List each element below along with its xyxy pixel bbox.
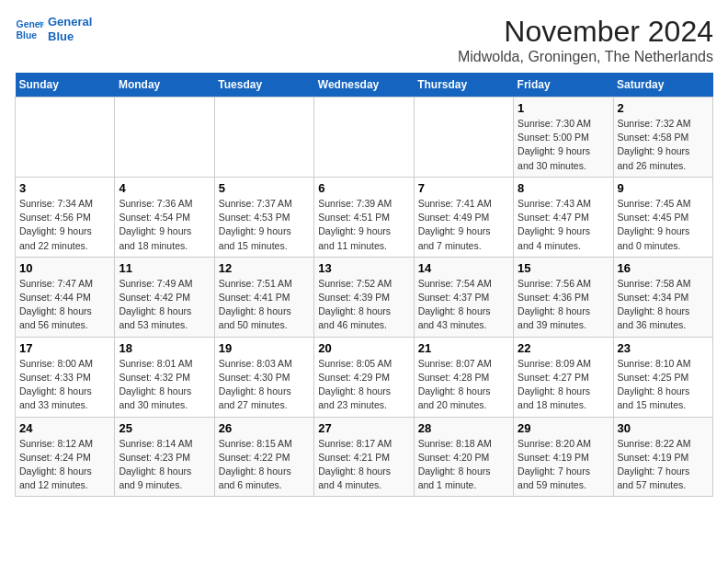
logo: General Blue GeneralBlue	[15, 15, 92, 44]
day-detail: Sunrise: 8:05 AM Sunset: 4:29 PM Dayligh…	[318, 357, 409, 413]
main-title: November 2024	[458, 15, 713, 49]
calendar-cell: 17Sunrise: 8:00 AM Sunset: 4:33 PM Dayli…	[16, 337, 115, 417]
calendar-cell: 21Sunrise: 8:07 AM Sunset: 4:28 PM Dayli…	[414, 337, 513, 417]
day-detail: Sunrise: 8:00 AM Sunset: 4:33 PM Dayligh…	[19, 357, 110, 413]
calendar-cell: 27Sunrise: 8:17 AM Sunset: 4:21 PM Dayli…	[314, 417, 414, 497]
day-number: 19	[219, 341, 310, 355]
calendar-cell	[414, 98, 513, 178]
calendar-week-row: 17Sunrise: 8:00 AM Sunset: 4:33 PM Dayli…	[16, 337, 713, 417]
calendar-cell: 18Sunrise: 8:01 AM Sunset: 4:32 PM Dayli…	[115, 337, 214, 417]
day-number: 6	[318, 181, 409, 195]
title-area: November 2024 Midwolda, Groningen, The N…	[458, 15, 713, 65]
calendar-cell: 30Sunrise: 8:22 AM Sunset: 4:19 PM Dayli…	[613, 417, 712, 497]
subtitle: Midwolda, Groningen, The Netherlands	[458, 49, 713, 65]
day-detail: Sunrise: 8:22 AM Sunset: 4:19 PM Dayligh…	[618, 437, 709, 493]
calendar-cell	[314, 98, 414, 178]
day-number: 12	[219, 261, 310, 275]
day-number: 18	[119, 341, 210, 355]
day-detail: Sunrise: 7:34 AM Sunset: 4:56 PM Dayligh…	[19, 197, 110, 253]
day-detail: Sunrise: 7:58 AM Sunset: 4:34 PM Dayligh…	[618, 277, 709, 333]
calendar-cell: 15Sunrise: 7:56 AM Sunset: 4:36 PM Dayli…	[514, 257, 613, 337]
day-number: 28	[418, 421, 509, 435]
day-number: 25	[119, 421, 210, 435]
day-detail: Sunrise: 7:36 AM Sunset: 4:54 PM Dayligh…	[119, 197, 210, 253]
day-detail: Sunrise: 7:32 AM Sunset: 4:58 PM Dayligh…	[618, 117, 709, 173]
calendar-cell	[115, 98, 214, 178]
calendar-table: SundayMondayTuesdayWednesdayThursdayFrid…	[15, 73, 713, 497]
calendar-cell: 8Sunrise: 7:43 AM Sunset: 4:47 PM Daylig…	[514, 177, 613, 257]
calendar-cell: 2Sunrise: 7:32 AM Sunset: 4:58 PM Daylig…	[613, 98, 712, 178]
day-number: 30	[618, 421, 709, 435]
day-detail: Sunrise: 7:47 AM Sunset: 4:44 PM Dayligh…	[19, 277, 110, 333]
day-detail: Sunrise: 7:39 AM Sunset: 4:51 PM Dayligh…	[318, 197, 409, 253]
calendar-week-row: 24Sunrise: 8:12 AM Sunset: 4:24 PM Dayli…	[16, 417, 713, 497]
calendar-cell: 25Sunrise: 8:14 AM Sunset: 4:23 PM Dayli…	[115, 417, 214, 497]
calendar-cell	[16, 98, 115, 178]
weekday-header: Wednesday	[314, 73, 414, 98]
weekday-header: Saturday	[613, 73, 712, 98]
weekday-header: Monday	[115, 73, 214, 98]
day-detail: Sunrise: 8:01 AM Sunset: 4:32 PM Dayligh…	[119, 357, 210, 413]
day-detail: Sunrise: 7:37 AM Sunset: 4:53 PM Dayligh…	[219, 197, 310, 253]
day-detail: Sunrise: 7:30 AM Sunset: 5:00 PM Dayligh…	[518, 117, 609, 173]
calendar-cell: 23Sunrise: 8:10 AM Sunset: 4:25 PM Dayli…	[613, 337, 712, 417]
calendar-cell: 10Sunrise: 7:47 AM Sunset: 4:44 PM Dayli…	[16, 257, 115, 337]
day-detail: Sunrise: 7:52 AM Sunset: 4:39 PM Dayligh…	[318, 277, 409, 333]
calendar-cell: 13Sunrise: 7:52 AM Sunset: 4:39 PM Dayli…	[314, 257, 414, 337]
calendar-cell: 16Sunrise: 7:58 AM Sunset: 4:34 PM Dayli…	[613, 257, 712, 337]
day-detail: Sunrise: 7:45 AM Sunset: 4:45 PM Dayligh…	[618, 197, 709, 253]
calendar-cell	[214, 98, 313, 178]
day-detail: Sunrise: 8:03 AM Sunset: 4:30 PM Dayligh…	[219, 357, 310, 413]
day-number: 29	[518, 421, 609, 435]
day-detail: Sunrise: 7:51 AM Sunset: 4:41 PM Dayligh…	[219, 277, 310, 333]
day-number: 22	[518, 341, 609, 355]
day-number: 17	[19, 341, 110, 355]
weekday-header: Friday	[514, 73, 613, 98]
day-number: 15	[518, 261, 609, 275]
day-detail: Sunrise: 8:07 AM Sunset: 4:28 PM Dayligh…	[418, 357, 509, 413]
day-number: 20	[318, 341, 409, 355]
day-detail: Sunrise: 8:17 AM Sunset: 4:21 PM Dayligh…	[318, 437, 409, 493]
day-detail: Sunrise: 7:56 AM Sunset: 4:36 PM Dayligh…	[518, 277, 609, 333]
svg-text:Blue: Blue	[17, 30, 38, 40]
day-number: 5	[219, 181, 310, 195]
calendar-cell: 20Sunrise: 8:05 AM Sunset: 4:29 PM Dayli…	[314, 337, 414, 417]
day-detail: Sunrise: 8:09 AM Sunset: 4:27 PM Dayligh…	[518, 357, 609, 413]
calendar-cell: 7Sunrise: 7:41 AM Sunset: 4:49 PM Daylig…	[414, 177, 513, 257]
calendar-cell: 4Sunrise: 7:36 AM Sunset: 4:54 PM Daylig…	[115, 177, 214, 257]
weekday-header: Sunday	[16, 73, 115, 98]
weekday-header-row: SundayMondayTuesdayWednesdayThursdayFrid…	[16, 73, 713, 98]
day-detail: Sunrise: 8:15 AM Sunset: 4:22 PM Dayligh…	[219, 437, 310, 493]
day-number: 7	[418, 181, 509, 195]
day-detail: Sunrise: 8:20 AM Sunset: 4:19 PM Dayligh…	[518, 437, 609, 493]
day-number: 27	[318, 421, 409, 435]
day-number: 2	[618, 101, 709, 115]
day-number: 1	[518, 101, 609, 115]
day-number: 10	[19, 261, 110, 275]
logo-text: GeneralBlue	[48, 15, 92, 43]
day-detail: Sunrise: 8:14 AM Sunset: 4:23 PM Dayligh…	[119, 437, 210, 493]
calendar-cell: 1Sunrise: 7:30 AM Sunset: 5:00 PM Daylig…	[514, 98, 613, 178]
calendar-cell: 24Sunrise: 8:12 AM Sunset: 4:24 PM Dayli…	[16, 417, 115, 497]
weekday-header: Tuesday	[214, 73, 313, 98]
day-number: 26	[219, 421, 310, 435]
day-number: 11	[119, 261, 210, 275]
day-number: 8	[518, 181, 609, 195]
logo-icon: General Blue	[15, 15, 44, 44]
calendar-cell: 12Sunrise: 7:51 AM Sunset: 4:41 PM Dayli…	[214, 257, 313, 337]
day-number: 24	[19, 421, 110, 435]
day-detail: Sunrise: 7:54 AM Sunset: 4:37 PM Dayligh…	[418, 277, 509, 333]
calendar-week-row: 3Sunrise: 7:34 AM Sunset: 4:56 PM Daylig…	[16, 177, 713, 257]
day-detail: Sunrise: 8:18 AM Sunset: 4:20 PM Dayligh…	[418, 437, 509, 493]
day-number: 9	[618, 181, 709, 195]
calendar-cell: 9Sunrise: 7:45 AM Sunset: 4:45 PM Daylig…	[613, 177, 712, 257]
day-detail: Sunrise: 8:10 AM Sunset: 4:25 PM Dayligh…	[618, 357, 709, 413]
calendar-week-row: 10Sunrise: 7:47 AM Sunset: 4:44 PM Dayli…	[16, 257, 713, 337]
calendar-cell: 3Sunrise: 7:34 AM Sunset: 4:56 PM Daylig…	[16, 177, 115, 257]
calendar-cell: 19Sunrise: 8:03 AM Sunset: 4:30 PM Dayli…	[214, 337, 313, 417]
calendar-cell: 11Sunrise: 7:49 AM Sunset: 4:42 PM Dayli…	[115, 257, 214, 337]
calendar-cell: 5Sunrise: 7:37 AM Sunset: 4:53 PM Daylig…	[214, 177, 313, 257]
calendar-cell: 14Sunrise: 7:54 AM Sunset: 4:37 PM Dayli…	[414, 257, 513, 337]
day-detail: Sunrise: 8:12 AM Sunset: 4:24 PM Dayligh…	[19, 437, 110, 493]
weekday-header: Thursday	[414, 73, 513, 98]
